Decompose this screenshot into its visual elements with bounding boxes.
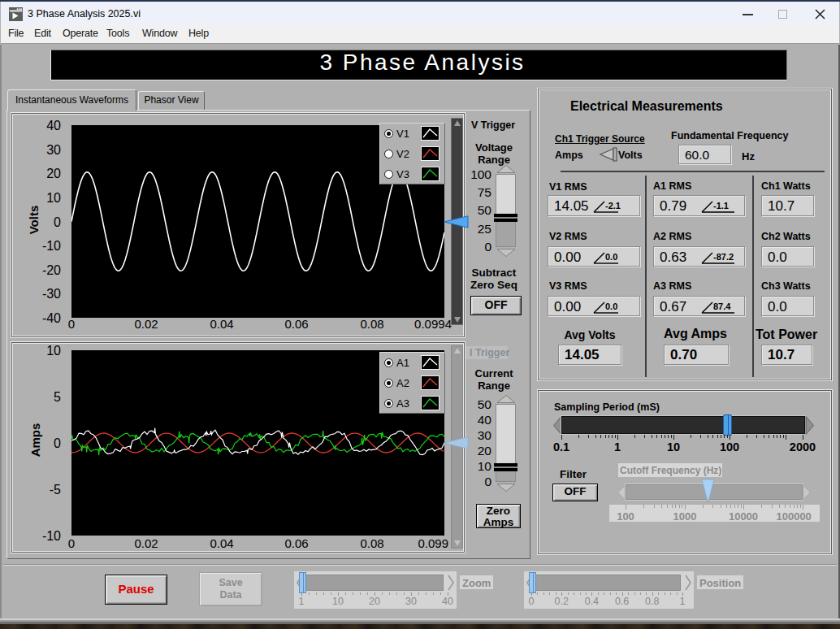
svg-text:-87.2: -87.2 <box>713 252 734 262</box>
svg-text:87.4: 87.4 <box>713 301 731 311</box>
svg-text:0.0: 0.0 <box>605 301 617 311</box>
svg-text:-1.1: -1.1 <box>713 201 729 210</box>
svg-text:0.0: 0.0 <box>605 252 617 262</box>
svg-text:-2.1: -2.1 <box>605 201 621 210</box>
